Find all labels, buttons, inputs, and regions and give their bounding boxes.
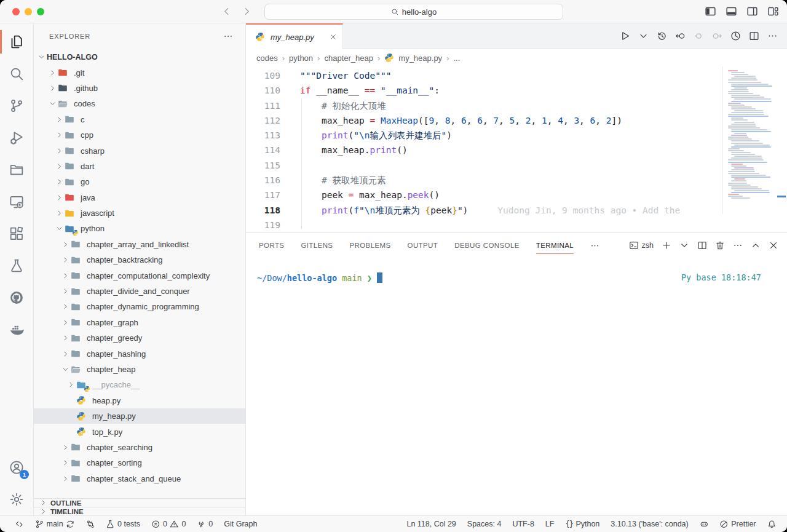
- code-line-115[interactable]: 115: [246, 158, 787, 173]
- activity-source-control[interactable]: [0, 90, 33, 122]
- tab-my-heap[interactable]: my_heap.py: [246, 23, 343, 49]
- panel-tab-output[interactable]: OUTPUT: [408, 233, 438, 258]
- tree-item--github[interactable]: .github: [34, 81, 245, 96]
- tree-chevron-icon[interactable]: [47, 84, 58, 92]
- status-gitlens-compare[interactable]: [86, 520, 95, 529]
- tree-item-c[interactable]: c: [34, 112, 245, 127]
- explorer-more-actions-icon[interactable]: [223, 31, 233, 41]
- navigate-back-icon[interactable]: [221, 6, 232, 17]
- close-panel-icon[interactable]: [769, 240, 778, 250]
- open-changes-next-disabled-icon[interactable]: [712, 31, 722, 41]
- breadcrumb-item[interactable]: codes: [256, 54, 278, 63]
- tree-chevron-icon[interactable]: [60, 334, 71, 342]
- tree-item-chapter-backtracking[interactable]: chapter_backtracking: [34, 252, 245, 268]
- tree-item-python[interactable]: python: [34, 221, 245, 236]
- tree-item-hello-algo[interactable]: HELLO-ALGO: [34, 49, 245, 65]
- activity-run-and-debug[interactable]: [0, 122, 33, 154]
- code-line-118[interactable]: 118 print(f"\n堆顶元素为 {peek}")Yudong Jin, …: [246, 203, 787, 218]
- code-line-119[interactable]: 119: [246, 218, 787, 232]
- tree-item-chapter-computational-complexity[interactable]: chapter_computational_complexity: [34, 268, 245, 283]
- tree-chevron-icon[interactable]: [54, 209, 65, 217]
- status-python-interpreter[interactable]: 3.10.13 ('base': conda): [611, 520, 688, 529]
- tree-item--pycache-[interactable]: __pycache__: [34, 377, 245, 392]
- status-eol[interactable]: LF: [545, 520, 555, 529]
- activity-remote-explorer[interactable]: [0, 186, 33, 218]
- tree-item-chapter-array-and-linkedlist[interactable]: chapter_array_and_linkedlist: [34, 237, 245, 252]
- terminal-dropdown-icon[interactable]: [679, 240, 689, 250]
- minimap[interactable]: [722, 66, 777, 214]
- breadcrumb-item[interactable]: python: [289, 54, 313, 63]
- code-line-109[interactable]: 109"""Driver Code""": [246, 68, 787, 83]
- run-python-file-icon[interactable]: [620, 31, 630, 41]
- tree-item-top-k-py[interactable]: top_k.py: [34, 424, 245, 439]
- tree-chevron-icon[interactable]: [60, 443, 71, 451]
- tree-item-javascript[interactable]: javascript: [34, 205, 245, 221]
- breadcrumb-item[interactable]: chapter_heap: [324, 54, 373, 63]
- tree-item-chapter-graph[interactable]: chapter_graph: [34, 315, 245, 330]
- status-cursor-position[interactable]: Ln 118, Col 29: [406, 520, 456, 529]
- breadcrumb-item[interactable]: ...: [453, 54, 460, 63]
- panel-tab-gitlens[interactable]: GITLENS: [301, 233, 333, 258]
- status-broadcast[interactable]: 0: [197, 520, 213, 529]
- activity-github[interactable]: [0, 282, 33, 314]
- tree-chevron-icon[interactable]: [54, 147, 65, 155]
- tree-item-chapter-dynamic-programming[interactable]: chapter_dynamic_programming: [34, 299, 245, 314]
- tree-chevron-icon[interactable]: [60, 303, 71, 311]
- activity-accounts[interactable]: 1: [0, 451, 33, 483]
- status-tests[interactable]: 0 tests: [106, 520, 140, 529]
- shell-selector[interactable]: zsh: [629, 240, 654, 250]
- tree-chevron-icon[interactable]: [60, 287, 71, 295]
- tree-chevron-icon[interactable]: [60, 350, 71, 358]
- panel-tab-debug-console[interactable]: DEBUG CONSOLE: [454, 233, 520, 258]
- code-line-114[interactable]: 114 max_heap.print(): [246, 143, 787, 157]
- tree-item-java[interactable]: java: [34, 190, 245, 205]
- sidebar-section-timeline[interactable]: TIMELINE: [34, 507, 245, 515]
- terminal-view[interactable]: ~/Dow/hello-algo main ❯ Py base 18:18:47: [246, 258, 787, 515]
- kill-terminal-icon[interactable]: [715, 240, 725, 250]
- navigate-forward-icon[interactable]: [242, 6, 252, 17]
- close-window-button[interactable]: [12, 8, 20, 15]
- terminal-more-icon[interactable]: [733, 240, 743, 250]
- tree-item-csharp[interactable]: csharp: [34, 143, 245, 158]
- tree-item-dart[interactable]: dart: [34, 159, 245, 174]
- toggle-secondary-sidebar-icon[interactable]: [746, 6, 758, 17]
- panel-tabs-more-icon[interactable]: [590, 241, 599, 250]
- run-dropdown-icon[interactable]: [638, 31, 649, 41]
- tree-chevron-icon[interactable]: [60, 319, 71, 327]
- new-terminal-icon[interactable]: [662, 240, 671, 250]
- status-indentation[interactable]: Spaces: 4: [467, 520, 502, 529]
- tree-chevron-icon[interactable]: [54, 194, 65, 202]
- maximize-panel-icon[interactable]: [751, 240, 761, 250]
- code-line-113[interactable]: 113 print("\n输入列表并建堆后"): [246, 128, 787, 143]
- code-editor[interactable]: 109"""Driver Code"""110if __name__ == "_…: [246, 66, 787, 232]
- activity-project-folder[interactable]: [0, 154, 33, 186]
- tree-item-heap-py[interactable]: heap.py: [34, 393, 245, 408]
- tree-chevron-icon[interactable]: [54, 162, 65, 170]
- status-prettier[interactable]: Prettier: [719, 520, 756, 529]
- tree-chevron-icon[interactable]: [60, 256, 71, 264]
- tree-item-chapter-sorting[interactable]: chapter_sorting: [34, 455, 245, 470]
- tree-item-chapter-hashing[interactable]: chapter_hashing: [34, 346, 245, 361]
- command-center-search[interactable]: hello-algo: [264, 4, 563, 20]
- status-encoding[interactable]: UTF-8: [512, 520, 534, 529]
- code-line-117[interactable]: 117 peek = max_heap.peek(): [246, 188, 787, 202]
- tree-item-codes[interactable]: codes: [34, 96, 245, 111]
- file-history-icon[interactable]: [657, 31, 667, 41]
- tree-chevron-icon[interactable]: [60, 459, 71, 467]
- tree-item-my-heap-py[interactable]: my_heap.py: [34, 408, 245, 424]
- code-line-111[interactable]: 111 # 初始化大顶堆: [246, 98, 787, 113]
- code-line-116[interactable]: 116 # 获取堆顶元素: [246, 173, 787, 188]
- activity-search[interactable]: [0, 58, 33, 90]
- open-changes-with-previous-icon[interactable]: [675, 31, 686, 41]
- breadcrumb-item[interactable]: my_heap.py: [398, 54, 442, 63]
- tree-item-go[interactable]: go: [34, 174, 245, 189]
- tree-chevron-icon[interactable]: [54, 178, 65, 186]
- panel-tab-terminal[interactable]: TERMINAL: [536, 233, 574, 258]
- open-revision-icon[interactable]: [730, 31, 741, 41]
- code-line-110[interactable]: 110if __name__ == "__main__":: [246, 83, 787, 98]
- tree-chevron-icon[interactable]: [66, 381, 76, 389]
- tree-item-chapter-heap[interactable]: chapter_heap: [34, 362, 245, 377]
- status-notifications[interactable]: [767, 520, 777, 529]
- toggle-primary-sidebar-icon[interactable]: [705, 6, 716, 17]
- activity-testing[interactable]: [0, 250, 33, 282]
